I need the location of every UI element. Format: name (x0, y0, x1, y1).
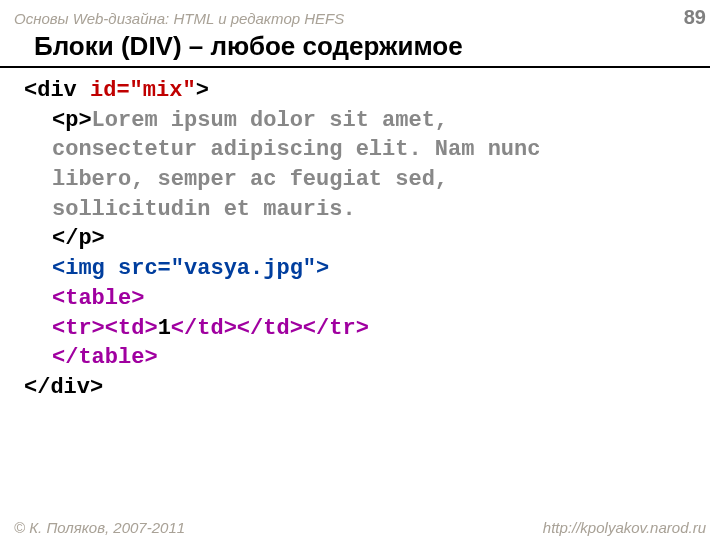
slide-header: Основы Web-дизайна: HTML и редактор HEFS… (0, 0, 720, 31)
page-number: 89 (684, 6, 706, 29)
code-line: <div id="mix"> (24, 76, 696, 106)
code-line: <img src="vasya.jpg"> (24, 254, 696, 284)
code-text: 1 (158, 316, 171, 341)
code-line: consectetur adipiscing elit. Nam nunc (24, 135, 696, 165)
code-line: <tr><td>1</td></td></tr> (24, 314, 696, 344)
code-line: <p>Lorem ipsum dolor sit amet, (24, 106, 696, 136)
code-tag: <p> (52, 108, 92, 133)
code-tag: > (196, 78, 209, 103)
code-tag: </td></td></tr> (171, 316, 369, 341)
course-name: Основы Web-дизайна: HTML и редактор HEFS (14, 10, 344, 27)
code-line: </div> (24, 373, 696, 403)
copyright: © К. Поляков, 2007-2011 (14, 519, 185, 536)
code-line: <table> (24, 284, 696, 314)
code-tag: <div (24, 78, 90, 103)
footer-url: http://kpolyakov.narod.ru (543, 519, 706, 536)
code-text: Lorem ipsum dolor sit amet, (92, 108, 448, 133)
code-attr: id="mix" (90, 78, 196, 103)
slide-footer: © К. Поляков, 2007-2011 http://kpolyakov… (0, 519, 720, 536)
code-tag: <tr><td> (52, 316, 158, 341)
code-example: <div id="mix"> <p>Lorem ipsum dolor sit … (0, 68, 720, 403)
code-line: </p> (24, 224, 696, 254)
code-line: libero, semper ac feugiat sed, (24, 165, 696, 195)
code-line: </table> (24, 343, 696, 373)
code-line: sollicitudin et mauris. (24, 195, 696, 225)
slide-title: Блоки (DIV) – любое содержимое (0, 31, 710, 68)
